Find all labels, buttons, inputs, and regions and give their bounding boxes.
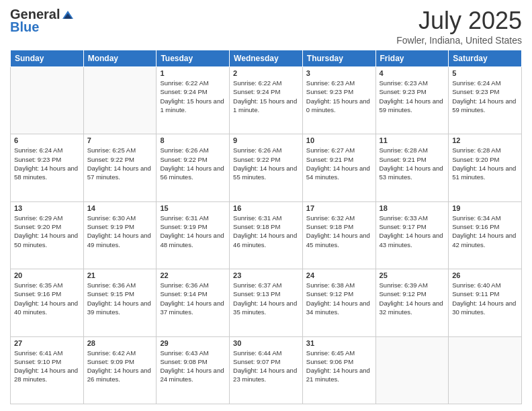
day-info-line: Daylight: 14 hours and 50 minutes. [14, 231, 80, 249]
day-info-line: Sunset: 9:24 PM [233, 87, 299, 96]
table-row [375, 336, 449, 404]
day-info-line: Daylight: 14 hours and 23 minutes. [233, 366, 299, 384]
col-saturday: Saturday [449, 50, 522, 67]
day-number: 8 [160, 136, 226, 144]
day-info: Sunrise: 6:42 AMSunset: 9:09 PMDaylight:… [87, 349, 153, 384]
day-info-line: Daylight: 14 hours and 39 minutes. [87, 299, 153, 317]
day-info-line: Daylight: 14 hours and 48 minutes. [160, 231, 226, 249]
day-info-line: Sunset: 9:13 PM [233, 289, 299, 298]
day-number: 11 [380, 136, 445, 144]
day-info-line: Daylight: 15 hours and 1 minute. [160, 97, 226, 115]
day-info-line: Sunset: 9:16 PM [452, 222, 518, 231]
logo-blue: Blue [10, 19, 39, 35]
table-row: 21Sunrise: 6:36 AMSunset: 9:15 PMDayligh… [83, 269, 157, 336]
page: General Blue July 2025 Fowler, Indiana, … [0, 0, 532, 411]
day-info: Sunrise: 6:23 AMSunset: 9:23 PMDaylight:… [380, 79, 445, 114]
calendar-week-row: 27Sunrise: 6:41 AMSunset: 9:10 PMDayligh… [11, 336, 522, 404]
table-row: 24Sunrise: 6:38 AMSunset: 9:12 PMDayligh… [302, 269, 375, 336]
day-info-line: Sunset: 9:22 PM [87, 155, 153, 164]
day-info-line: Daylight: 14 hours and 42 minutes. [452, 231, 518, 249]
day-number: 10 [306, 136, 372, 144]
title-block: July 2025 Fowler, Indiana, United States [396, 7, 522, 46]
day-number: 22 [160, 271, 226, 279]
day-number: 24 [306, 271, 372, 279]
day-number: 27 [14, 339, 80, 347]
day-info: Sunrise: 6:26 AMSunset: 9:22 PMDaylight:… [160, 146, 226, 181]
table-row: 7Sunrise: 6:25 AMSunset: 9:22 PMDaylight… [83, 134, 157, 201]
day-number: 25 [380, 271, 445, 279]
table-row: 27Sunrise: 6:41 AMSunset: 9:10 PMDayligh… [11, 336, 84, 404]
day-info-line: Daylight: 14 hours and 53 minutes. [380, 164, 445, 182]
day-info-line: Sunrise: 6:34 AM [452, 214, 518, 222]
day-info-line: Sunset: 9:18 PM [306, 222, 372, 231]
table-row [11, 67, 84, 134]
day-number: 21 [87, 271, 153, 279]
day-info-line: Sunset: 9:12 PM [380, 289, 445, 298]
day-info-line: Daylight: 14 hours and 45 minutes. [306, 231, 372, 249]
day-number: 16 [233, 204, 299, 212]
day-info: Sunrise: 6:44 AMSunset: 9:07 PMDaylight:… [233, 349, 299, 384]
day-info-line: Sunset: 9:24 PM [160, 87, 226, 96]
day-info-line: Sunrise: 6:24 AM [14, 146, 80, 154]
day-info: Sunrise: 6:22 AMSunset: 9:24 PMDaylight:… [233, 79, 299, 114]
table-row [83, 67, 157, 134]
col-sunday: Sunday [11, 50, 84, 67]
day-info: Sunrise: 6:43 AMSunset: 9:08 PMDaylight:… [160, 349, 226, 384]
day-info-line: Daylight: 14 hours and 59 minutes. [452, 97, 518, 115]
calendar-header-row: Sunday Monday Tuesday Wednesday Thursday… [11, 50, 522, 67]
day-number: 15 [160, 204, 226, 212]
day-info-line: Sunset: 9:22 PM [160, 155, 226, 164]
calendar-week-row: 13Sunrise: 6:29 AMSunset: 9:20 PMDayligh… [11, 201, 522, 269]
header: General Blue July 2025 Fowler, Indiana, … [10, 7, 522, 46]
day-info-line: Sunset: 9:19 PM [87, 222, 153, 231]
day-info-line: Daylight: 14 hours and 58 minutes. [14, 164, 80, 182]
day-info: Sunrise: 6:25 AMSunset: 9:22 PMDaylight:… [87, 146, 153, 181]
day-info-line: Sunrise: 6:25 AM [87, 146, 153, 154]
day-info-line: Daylight: 14 hours and 43 minutes. [380, 231, 445, 249]
day-info-line: Sunset: 9:08 PM [160, 357, 226, 366]
day-number: 4 [380, 69, 445, 77]
day-number: 3 [306, 69, 372, 77]
location: Fowler, Indiana, United States [396, 35, 522, 46]
day-info-line: Sunrise: 6:31 AM [233, 214, 299, 222]
col-thursday: Thursday [302, 50, 375, 67]
table-row: 16Sunrise: 6:31 AMSunset: 9:18 PMDayligh… [230, 201, 303, 269]
day-number: 7 [87, 136, 153, 144]
day-info: Sunrise: 6:29 AMSunset: 9:20 PMDaylight:… [14, 214, 80, 249]
day-info-line: Sunset: 9:06 PM [306, 357, 372, 366]
logo: General Blue [10, 7, 76, 35]
day-info-line: Daylight: 14 hours and 24 minutes. [160, 366, 226, 384]
day-number: 26 [452, 271, 518, 279]
day-info-line: Sunset: 9:10 PM [14, 357, 80, 366]
table-row: 2Sunrise: 6:22 AMSunset: 9:24 PMDaylight… [230, 67, 303, 134]
col-wednesday: Wednesday [230, 50, 303, 67]
day-number: 9 [233, 136, 299, 144]
day-info-line: Sunrise: 6:24 AM [452, 79, 518, 87]
table-row: 29Sunrise: 6:43 AMSunset: 9:08 PMDayligh… [157, 336, 230, 404]
day-info-line: Daylight: 14 hours and 21 minutes. [306, 366, 372, 384]
calendar-week-row: 1Sunrise: 6:22 AMSunset: 9:24 PMDaylight… [11, 67, 522, 134]
day-info-line: Sunrise: 6:32 AM [306, 214, 372, 222]
day-info-line: Sunset: 9:12 PM [306, 289, 372, 298]
day-info: Sunrise: 6:28 AMSunset: 9:20 PMDaylight:… [452, 146, 518, 181]
day-info-line: Daylight: 14 hours and 34 minutes. [306, 299, 372, 317]
day-info: Sunrise: 6:32 AMSunset: 9:18 PMDaylight:… [306, 214, 372, 249]
table-row: 10Sunrise: 6:27 AMSunset: 9:21 PMDayligh… [302, 134, 375, 201]
table-row: 3Sunrise: 6:23 AMSunset: 9:23 PMDaylight… [302, 67, 375, 134]
day-number: 31 [306, 339, 372, 347]
day-number: 19 [452, 204, 518, 212]
day-info-line: Sunset: 9:23 PM [452, 87, 518, 96]
day-number: 18 [380, 204, 445, 212]
day-info-line: Sunrise: 6:36 AM [160, 281, 226, 289]
table-row: 17Sunrise: 6:32 AMSunset: 9:18 PMDayligh… [302, 201, 375, 269]
month-title: July 2025 [396, 7, 522, 35]
day-info-line: Daylight: 15 hours and 0 minutes. [306, 97, 372, 115]
day-info-line: Daylight: 14 hours and 54 minutes. [306, 164, 372, 182]
day-info-line: Daylight: 14 hours and 46 minutes. [233, 231, 299, 249]
day-info-line: Sunset: 9:19 PM [160, 222, 226, 231]
calendar-week-row: 20Sunrise: 6:35 AMSunset: 9:16 PMDayligh… [11, 269, 522, 336]
day-info-line: Daylight: 14 hours and 55 minutes. [233, 164, 299, 182]
col-friday: Friday [375, 50, 449, 67]
day-info: Sunrise: 6:27 AMSunset: 9:21 PMDaylight:… [306, 146, 372, 181]
day-info-line: Sunrise: 6:38 AM [306, 281, 372, 289]
